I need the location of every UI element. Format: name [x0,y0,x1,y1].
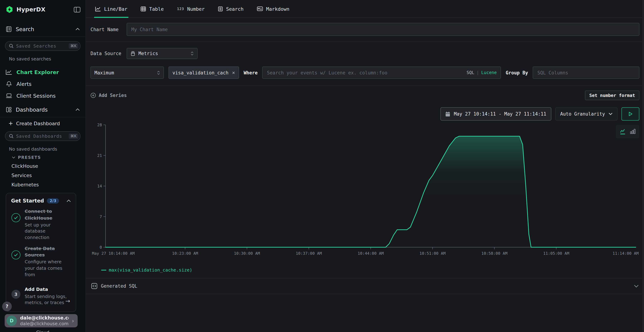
chevron-down-icon [608,113,612,115]
chart-area: 07142128May 27 10:14:00 AM10:23:00 AM10:… [90,122,639,266]
granularity-select[interactable]: Auto Granularity [555,107,618,120]
bell-icon [6,81,12,87]
get-started-step-add-data[interactable]: 3 Add Data Start sending logs, metrics, … [11,286,71,306]
chevron-right-icon: › [72,318,74,324]
tab-search[interactable]: Search [218,0,244,18]
tab-label: Table [149,6,164,12]
svg-text:11:05:00 AM: 11:05:00 AM [543,251,570,256]
create-dashboard-button[interactable]: Create Dashboard [0,117,86,127]
user-email: dale@clickhouse.com [20,315,69,321]
tab-number[interactable]: 123 Number [177,0,205,18]
list-doc-icon [218,6,223,11]
saved-searches-placeholder: Saved Searches [16,43,66,49]
preset-item-kubernetes[interactable]: Kubernetes [0,180,86,189]
laptop-icon [6,93,12,98]
check-circle-icon [11,246,21,278]
bar-chart-toggle-icon[interactable] [630,128,636,134]
step-desc: Configure where your data comes from [25,259,71,278]
no-saved-searches-note: No saved searches [9,56,86,62]
get-started-step-connect[interactable]: Connect to ClickHouse Set up your databa… [11,208,71,241]
svg-text:14: 14 [97,184,102,188]
help-button[interactable]: ? [2,302,12,311]
step-desc: Start sending logs, metrics, or traces [25,293,71,306]
search-icon [9,134,14,138]
tab-label: Markdown [266,6,290,12]
sidebar-section-dashboards[interactable]: Dashboards [0,102,86,117]
sidebar-collapse-icon[interactable] [74,6,80,12]
tab-markdown[interactable]: Markdown [257,0,290,18]
preset-item-clickhouse[interactable]: ClickHouse [0,161,86,171]
divider [86,42,644,42]
get-started-title: Get Started [11,198,44,204]
date-range-picker[interactable]: May 27 10:14:11 - May 27 11:14:11 [440,107,551,120]
chart-name-label: Chart Name [90,27,122,32]
chevron-up-icon[interactable] [66,200,71,202]
scrollbar[interactable] [642,0,644,332]
svg-text:10:51:00 AM: 10:51:00 AM [420,251,446,256]
add-series-label: Add Series [99,93,127,98]
builder-panel: Chart Name Data Source Metrics [86,23,644,294]
table-icon [140,6,146,11]
toggle-divider: | [476,70,479,75]
shortcut-badge: ⌘K [68,134,78,139]
sidebar-section-search[interactable]: Search [0,22,86,37]
step-title: Add Data [25,286,71,293]
sidebar-item-alerts[interactable]: Alerts [0,78,86,90]
user-menu[interactable]: D dale@clickhouse.com dale@clickhouse.co… [5,314,78,327]
database-icon [130,51,135,56]
run-query-button[interactable] [622,107,639,120]
chevron-down-icon[interactable] [634,284,639,288]
tab-label: Line/Bar [104,6,127,12]
tab-label: Number [187,6,205,12]
check-circle-icon [11,208,21,241]
data-source-select[interactable]: Metrics [127,48,198,59]
get-started-step-datasources[interactable]: Create Data Sources Configure where your… [11,246,71,278]
add-series-button[interactable]: Add Series [90,93,127,98]
generated-sql-header[interactable]: Generated SQL [86,278,644,294]
where-search-wrap: SQL | Lucene [262,66,501,79]
svg-text:21: 21 [97,153,102,158]
step-number-icon: 3 [11,286,21,306]
arrow-right-icon[interactable]: → [65,298,70,305]
close-icon[interactable]: × [232,70,235,76]
where-search-input[interactable] [262,66,501,79]
select-chevrons-icon [157,71,160,74]
sidebar-item-chart-explorer[interactable]: Chart Explorer [0,66,86,78]
svg-text:10:44:00 AM: 10:44:00 AM [358,251,384,256]
preset-item-services[interactable]: Services [0,171,86,180]
chevron-up-icon[interactable] [76,108,80,111]
chevron-down-icon [12,156,16,158]
svg-text:10:30:00 AM: 10:30:00 AM [234,251,260,256]
tab-table[interactable]: Table [140,0,164,18]
step-title: Create Data Sources [25,246,71,258]
app-window: HyperDX Search [0,0,644,332]
group-by-input[interactable] [533,66,639,79]
sql-toggle[interactable]: SQL [466,70,474,75]
saved-dashboards-placeholder: Saved Dashboards [16,134,66,139]
hyperdx-logo-icon [6,6,13,13]
sidebar: HyperDX Search [0,0,86,332]
select-chevrons-icon [191,52,194,56]
chart-name-input[interactable] [127,23,639,36]
aggregation-select[interactable]: Maximum [90,66,164,79]
presets-toggle[interactable]: PRESETS [0,152,86,161]
tab-line-bar[interactable]: Line/Bar [95,0,127,18]
chevron-up-icon[interactable] [76,28,80,30]
saved-dashboards-input[interactable]: Saved Dashboards ⌘K [5,131,80,141]
code-icon [91,283,97,289]
no-saved-dashboards-note: No saved dashboards [9,146,86,152]
clipped-cloud-text: Cloud [0,330,86,332]
svg-text:28: 28 [97,123,102,127]
metric-field-select[interactable]: visa_validation_cach × [168,66,239,79]
metric-value: visa_validation_cach [172,70,228,75]
svg-text:11:14:00 AM: 11:14:00 AM [612,251,639,256]
saved-searches-input[interactable]: Saved Searches ⌘K [5,41,80,51]
plus-icon [8,121,13,126]
line-chart-toggle-icon[interactable] [620,128,627,135]
lucene-toggle[interactable]: Lucene [481,70,497,75]
timeseries-chart: 07142128May 27 10:14:00 AM10:23:00 AM10:… [90,122,639,266]
set-number-format-button[interactable]: Set number format [585,90,639,100]
sidebar-item-client-sessions[interactable]: Client Sessions [0,90,86,102]
query-language-toggle: SQL | Lucene [466,70,497,75]
divider [86,86,644,86]
